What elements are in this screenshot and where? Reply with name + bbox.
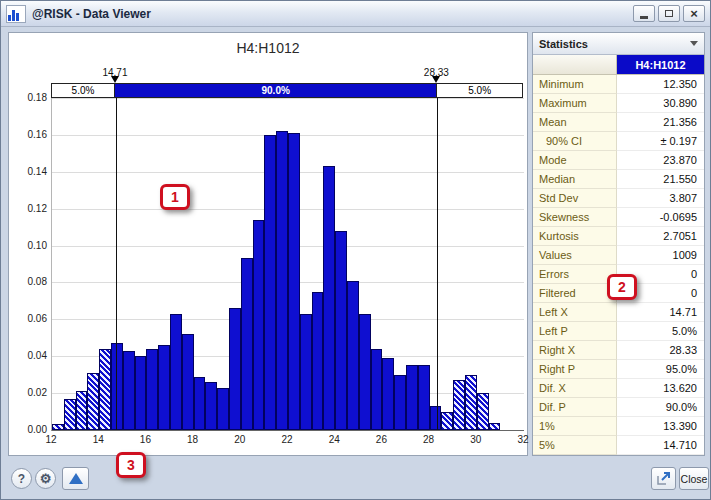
stat-label: Left P xyxy=(533,322,617,341)
stat-value: 13.620 xyxy=(617,379,704,398)
stat-value: 14.710 xyxy=(617,436,704,455)
stats-row: Mode23.870 xyxy=(533,151,704,170)
graph-options-button[interactable] xyxy=(62,467,89,490)
window-title: @RISK - Data Viewer xyxy=(32,7,630,21)
x-axis-label: 22 xyxy=(274,434,300,445)
stats-row: Skewness-0.0695 xyxy=(533,208,704,227)
stat-label: Minimum xyxy=(533,75,617,94)
chart-title: H4:H1012 xyxy=(9,40,527,56)
right-tail-percent: 5.0% xyxy=(436,83,523,98)
histogram-bar xyxy=(406,365,418,430)
x-axis-label: 16 xyxy=(132,434,158,445)
titlebar[interactable]: @RISK - Data Viewer × xyxy=(1,1,710,27)
stats-row: 1%13.390 xyxy=(533,417,704,436)
stat-label: Right X xyxy=(533,341,617,360)
histogram-bar xyxy=(76,391,88,430)
stat-value: 5.0% xyxy=(617,322,704,341)
y-axis-label: 0.18 xyxy=(13,92,47,103)
stat-value: 23.870 xyxy=(617,151,704,170)
stat-value: 12.350 xyxy=(617,75,704,94)
stat-value: 14.71 xyxy=(617,303,704,322)
gridline xyxy=(52,98,524,99)
stats-row: Median21.550 xyxy=(533,170,704,189)
stat-value: 30.890 xyxy=(617,94,704,113)
histogram-bar xyxy=(64,399,76,430)
histogram-bar xyxy=(453,380,465,430)
center-percent: 90.0% xyxy=(115,83,436,98)
stat-label: Skewness xyxy=(533,208,617,227)
stat-value: 21.356 xyxy=(617,113,704,132)
help-icon: ? xyxy=(18,472,25,486)
stat-label: Dif. X xyxy=(533,379,617,398)
annotation-callout-2: 2 xyxy=(607,274,637,300)
x-axis-label: 24 xyxy=(321,434,347,445)
stat-label: Median xyxy=(533,170,617,189)
histogram-bar xyxy=(347,281,359,430)
histogram-bar xyxy=(371,349,383,430)
stat-label: Left X xyxy=(533,303,617,322)
close-icon: × xyxy=(690,6,698,21)
stat-label: Maximum xyxy=(533,94,617,113)
histogram-icon xyxy=(69,473,83,484)
minimize-button[interactable] xyxy=(633,5,655,22)
left-delimiter-line[interactable] xyxy=(116,98,117,430)
stat-label: 1% xyxy=(533,417,617,436)
stats-row: Std Dev3.807 xyxy=(533,189,704,208)
help-button[interactable]: ? xyxy=(11,468,32,489)
risk-data-viewer-window: @RISK - Data Viewer × H4:H1012 14.71 28.… xyxy=(0,0,711,500)
histogram-bar xyxy=(229,308,241,430)
stats-row: 10%16.400 xyxy=(533,455,704,456)
histogram-bar xyxy=(300,314,312,430)
close-window-button[interactable]: × xyxy=(683,5,705,22)
stat-label: Mean xyxy=(533,113,617,132)
stat-value: ± 0.197 xyxy=(617,132,704,151)
histogram-bar xyxy=(253,220,265,430)
app-icon xyxy=(6,5,26,23)
y-axis-label: 0.02 xyxy=(13,387,47,398)
y-axis-label: 0.06 xyxy=(13,313,47,324)
stats-row: Minimum12.350 xyxy=(533,75,704,94)
y-axis-label: 0.10 xyxy=(13,240,47,251)
stat-value: 13.390 xyxy=(617,417,704,436)
x-axis-label: 26 xyxy=(368,434,394,445)
statistics-dropdown[interactable]: Statistics xyxy=(533,33,704,55)
stats-row: Right P95.0% xyxy=(533,360,704,379)
stat-value: 21.550 xyxy=(617,170,704,189)
x-axis-label: 28 xyxy=(416,434,442,445)
stat-value: 2.7051 xyxy=(617,227,704,246)
right-delimiter-line[interactable] xyxy=(437,98,438,430)
histogram-bar xyxy=(99,349,111,430)
x-axis-label: 18 xyxy=(180,434,206,445)
maximize-button[interactable] xyxy=(658,5,680,22)
left-tail-percent: 5.0% xyxy=(51,83,115,98)
histogram-bar xyxy=(465,375,477,430)
stat-label: Kurtosis xyxy=(533,227,617,246)
settings-button[interactable]: ⚙ xyxy=(35,468,56,489)
left-delimiter-handle[interactable] xyxy=(111,76,119,83)
histogram-bar xyxy=(146,349,158,430)
stats-column-header: H4:H1012 xyxy=(533,55,704,75)
x-axis-label: 12 xyxy=(38,434,64,445)
stat-label: Values xyxy=(533,246,617,265)
y-axis-label: 0.08 xyxy=(13,276,47,287)
stats-row: Mean21.356 xyxy=(533,113,704,132)
annotation-callout-3: 3 xyxy=(116,452,146,478)
histogram-bar xyxy=(264,135,276,430)
stats-corner-cell xyxy=(533,55,617,74)
statistics-dropdown-label: Statistics xyxy=(539,38,588,50)
histogram-bar xyxy=(158,345,170,430)
histogram-bar xyxy=(359,314,371,430)
histogram-bar xyxy=(394,375,406,430)
stats-row: Dif. X13.620 xyxy=(533,379,704,398)
stat-value: 28.33 xyxy=(617,341,704,360)
histogram-bar xyxy=(276,131,288,430)
stats-row: Dif. P90.0% xyxy=(533,398,704,417)
right-delimiter-handle[interactable] xyxy=(432,76,440,83)
stats-row: Kurtosis2.7051 xyxy=(533,227,704,246)
stats-row: 5%14.710 xyxy=(533,436,704,455)
stat-label: Filtered xyxy=(533,284,617,303)
stats-row: 90% CI± 0.197 xyxy=(533,132,704,151)
stat-value: 16.400 xyxy=(617,455,704,456)
close-button[interactable]: Close xyxy=(679,467,709,490)
export-button[interactable] xyxy=(651,467,676,490)
